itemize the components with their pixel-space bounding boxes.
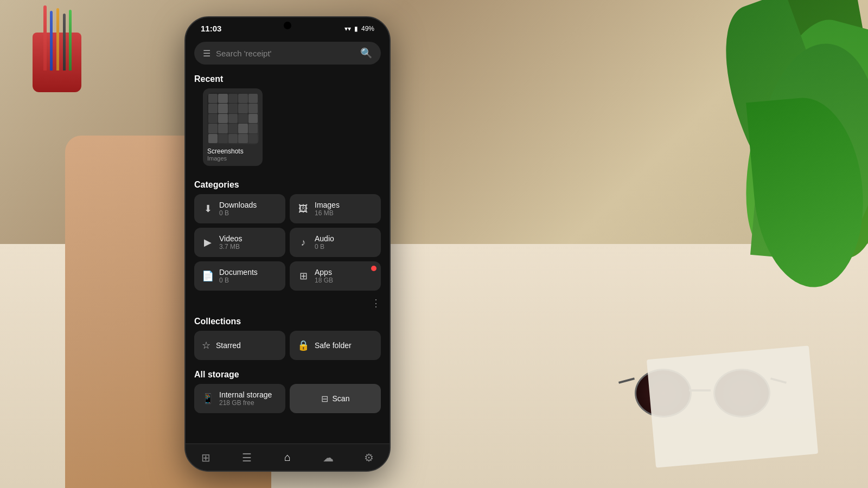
apps-size: 18 GB <box>315 277 333 284</box>
pen-cup-container <box>33 5 81 92</box>
power-button <box>390 126 391 153</box>
screenshot-thumbnail <box>207 93 259 144</box>
downloads-info: Downloads 0 B <box>219 201 257 217</box>
collections-grid: ☆ Starred 🔒 Safe folder <box>186 331 390 364</box>
battery-percent: 49% <box>361 25 374 33</box>
internal-storage[interactable]: 📱 Internal storage 218 GB free <box>194 384 285 413</box>
more-button[interactable]: ⋮ <box>186 295 390 311</box>
scan-button[interactable]: ⊟ Scan <box>290 384 381 413</box>
recent-item-name: Screenshots <box>207 147 244 155</box>
status-icons: ▾▾ ▮ 49% <box>344 25 374 33</box>
star-icon: ☆ <box>202 339 210 351</box>
categories-grid: ⬇ Downloads 0 B 🖼 Images 16 MB <box>186 194 390 295</box>
pen-orange <box>56 8 59 70</box>
category-documents[interactable]: 📄 Documents 0 B <box>194 261 285 291</box>
phone-screen: 11:03 ▾▾ ▮ 49% ☰ Search 'receipt' 🔍 <box>186 17 390 471</box>
documents-size: 0 B <box>219 277 258 284</box>
pen-black <box>63 14 66 70</box>
battery-icon: ▮ <box>354 25 358 33</box>
documents-name: Documents <box>219 268 258 277</box>
videos-info: Videos 3.7 MB <box>219 234 242 251</box>
phone: 11:03 ▾▾ ▮ 49% ☰ Search 'receipt' 🔍 <box>184 16 391 472</box>
category-downloads[interactable]: ⬇ Downloads 0 B <box>194 194 285 223</box>
lock-icon: 🔒 <box>297 339 309 351</box>
bottom-nav: ⊞ ☰ ⌂ ☁ ⚙ <box>186 444 390 471</box>
pen-blue <box>50 11 53 70</box>
internal-storage-free: 218 GB free <box>219 399 272 407</box>
search-icon[interactable]: 🔍 <box>360 47 372 59</box>
scene: 11:03 ▾▾ ▮ 49% ☰ Search 'receipt' 🔍 <box>0 0 868 488</box>
category-apps[interactable]: ⊞ Apps 18 GB <box>290 261 381 291</box>
screen-content: Recent <box>186 69 390 471</box>
videos-size: 3.7 MB <box>219 243 242 251</box>
internal-storage-info: Internal storage 218 GB free <box>219 390 272 407</box>
phone-body: 11:03 ▾▾ ▮ 49% ☰ Search 'receipt' 🔍 <box>184 16 391 472</box>
collection-starred[interactable]: ☆ Starred <box>194 331 285 360</box>
images-info: Images 16 MB <box>315 201 340 217</box>
nav-cloud[interactable]: ☁ <box>315 447 342 468</box>
menu-icon[interactable]: ☰ <box>203 48 210 59</box>
category-videos[interactable]: ▶ Videos 3.7 MB <box>194 228 285 257</box>
apps-icon: ⊞ <box>297 270 309 282</box>
apps-name: Apps <box>315 268 333 277</box>
safe-folder-label: Safe folder <box>315 341 352 350</box>
starred-label: Starred <box>216 341 241 350</box>
audio-size: 0 B <box>315 243 334 251</box>
plant-right <box>635 0 868 369</box>
downloads-name: Downloads <box>219 201 257 209</box>
collections-header: Collections <box>186 311 390 331</box>
documents-info: Documents 0 B <box>219 268 258 284</box>
search-input[interactable]: Search 'receipt' <box>216 49 355 58</box>
status-time: 11:03 <box>201 24 221 33</box>
videos-name: Videos <box>219 234 242 243</box>
apps-info: Apps 18 GB <box>315 268 333 284</box>
categories-header: Categories <box>186 175 390 194</box>
recent-section: Screenshots Images <box>186 88 390 175</box>
wifi-icon: ▾▾ <box>344 25 351 33</box>
storage-grid: 📱 Internal storage 218 GB free ⊟ Scan <box>186 384 390 418</box>
nav-list[interactable]: ☰ <box>233 447 260 468</box>
collection-safe-folder[interactable]: 🔒 Safe folder <box>290 331 381 360</box>
internal-storage-name: Internal storage <box>219 390 272 399</box>
scan-icon: ⊟ <box>321 394 328 404</box>
search-bar[interactable]: ☰ Search 'receipt' 🔍 <box>194 42 381 65</box>
downloads-size: 0 B <box>219 209 257 217</box>
images-size: 16 MB <box>315 209 340 217</box>
scan-label: Scan <box>333 394 350 403</box>
recent-item-screenshots[interactable]: Screenshots Images <box>203 88 263 166</box>
pen-red <box>43 5 47 70</box>
category-audio[interactable]: ♪ Audio 0 B <box>290 228 381 257</box>
audio-icon: ♪ <box>297 237 309 248</box>
camera-notch <box>284 22 291 29</box>
images-icon: 🖼 <box>297 203 309 215</box>
recent-header: Recent <box>186 69 390 88</box>
paper <box>647 345 818 467</box>
videos-icon: ▶ <box>202 236 214 248</box>
recent-item-type: Images <box>207 155 227 162</box>
apps-badge <box>371 266 376 271</box>
all-storage-header: All storage <box>186 364 390 384</box>
pen-green <box>69 10 72 70</box>
nav-settings[interactable]: ⚙ <box>355 447 382 468</box>
documents-icon: 📄 <box>202 270 214 282</box>
nav-home[interactable]: ⌂ <box>274 447 301 468</box>
nav-apps[interactable]: ⊞ <box>193 447 220 468</box>
images-name: Images <box>315 201 340 209</box>
downloads-icon: ⬇ <box>202 203 214 215</box>
audio-name: Audio <box>315 234 334 243</box>
category-images[interactable]: 🖼 Images 16 MB <box>290 194 381 223</box>
audio-info: Audio 0 B <box>315 234 334 251</box>
phone-storage-icon: 📱 <box>202 393 214 404</box>
